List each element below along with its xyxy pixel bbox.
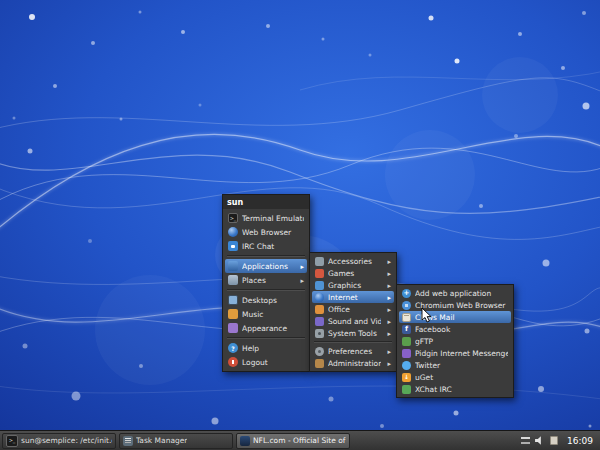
menu-item-preferences[interactable]: Preferences xyxy=(312,345,394,357)
desktops-icon xyxy=(228,295,238,305)
window-title: NFL.com - Official Site of th... xyxy=(253,436,346,445)
menu-item-chromium-web-browser[interactable]: Chromium Web Browser xyxy=(399,299,511,311)
taskbar-clock[interactable]: 16:09 xyxy=(565,436,598,446)
system-tray xyxy=(517,436,562,445)
menu-item-appearance[interactable]: Appearance xyxy=(225,321,307,335)
menu-item-label: Twitter xyxy=(415,361,508,370)
window-title: Task Manager xyxy=(136,436,187,445)
office-icon xyxy=(315,305,324,314)
applications-icon xyxy=(228,261,238,271)
submenu-arrow-icon xyxy=(385,305,391,314)
menu-item-label: Music xyxy=(242,310,304,319)
games-icon xyxy=(315,269,324,278)
menu-item-label: IRC Chat xyxy=(242,242,304,251)
submenu-arrow-icon xyxy=(385,257,391,266)
menu-item-label: Logout xyxy=(242,358,304,367)
menu-item-logout[interactable]: Logout xyxy=(225,355,307,369)
menu-item-uget[interactable]: uGet xyxy=(399,371,511,383)
submenu-arrow-icon xyxy=(298,276,304,285)
taskbar-window-nfl-com-official-site-of-th[interactable]: NFL.com - Official Site of th... xyxy=(236,433,350,449)
menu-separator xyxy=(227,255,305,257)
task-manager-icon xyxy=(123,436,133,446)
menu-item-label: Administration xyxy=(328,359,381,368)
root-menu: sun Terminal EmulatorWeb BrowserIRC Chat… xyxy=(222,194,310,372)
tray-volume-icon[interactable] xyxy=(535,436,545,445)
menu-item-administration[interactable]: Administration xyxy=(312,357,394,369)
pidgin-icon xyxy=(402,349,411,358)
menu-item-desktops[interactable]: Desktops xyxy=(225,293,307,307)
taskbar: sun@semplice: /etc/init.dTask ManagerNFL… xyxy=(0,430,600,450)
tray-settings-icon[interactable] xyxy=(521,437,530,445)
menu-item-label: Web Browser xyxy=(242,228,304,237)
logout-icon xyxy=(228,357,238,367)
internet-submenu: Add web applicationChromium Web BrowserC… xyxy=(396,284,514,398)
taskbar-window-sun-semplice-etc-init-d[interactable]: sun@semplice: /etc/init.d xyxy=(2,433,116,449)
terminal-icon xyxy=(6,435,18,447)
menu-item-facebook[interactable]: Facebook xyxy=(399,323,511,335)
add-web-app-icon xyxy=(402,289,411,298)
menu-item-sound-and-video[interactable]: Sound and Video xyxy=(312,315,394,327)
menu-item-irc-chat[interactable]: IRC Chat xyxy=(225,239,307,253)
help-icon xyxy=(228,343,238,353)
submenu-arrow-icon xyxy=(385,329,391,338)
submenu-arrow-icon xyxy=(385,347,391,356)
nfl-icon xyxy=(240,436,250,446)
submenu-arrow-icon xyxy=(298,262,304,271)
chromium-icon xyxy=(402,301,411,310)
menu-item-label: Games xyxy=(328,269,381,278)
sound-video-icon xyxy=(315,317,324,326)
menu-item-gftp[interactable]: gFTP xyxy=(399,335,511,347)
uget-icon xyxy=(402,373,411,382)
taskbar-window-list: sun@semplice: /etc/init.dTask ManagerNFL… xyxy=(2,433,350,449)
xchat-irc-icon xyxy=(402,385,411,394)
menu-item-label: Desktops xyxy=(242,296,304,305)
twitter-icon xyxy=(402,361,411,370)
menu-item-label: Places xyxy=(242,276,294,285)
menu-item-label: Accessories xyxy=(328,257,381,266)
taskbar-window-task-manager[interactable]: Task Manager xyxy=(119,433,233,449)
web-browser-icon xyxy=(228,227,238,237)
facebook-icon xyxy=(402,325,411,334)
menu-item-help[interactable]: Help xyxy=(225,341,307,355)
menu-header: sun xyxy=(223,195,309,209)
submenu-arrow-icon xyxy=(385,359,391,368)
administration-icon xyxy=(315,359,324,368)
menu-item-applications[interactable]: Applications xyxy=(225,259,307,273)
menu-item-web-browser[interactable]: Web Browser xyxy=(225,225,307,239)
gftp-icon xyxy=(402,337,411,346)
menu-item-label: System Tools xyxy=(328,329,381,338)
appearance-icon xyxy=(228,323,238,333)
accessories-icon xyxy=(315,257,324,266)
menu-item-graphics[interactable]: Graphics xyxy=(312,279,394,291)
menu-item-office[interactable]: Office xyxy=(312,303,394,315)
menu-item-games[interactable]: Games xyxy=(312,267,394,279)
submenu-arrow-icon xyxy=(385,293,391,302)
menu-item-music[interactable]: Music xyxy=(225,307,307,321)
menu-item-pidgin-internet-messenger[interactable]: Pidgin Internet Messenger xyxy=(399,347,511,359)
internet-icon xyxy=(315,293,324,302)
menu-item-claws-mail[interactable]: Claws Mail xyxy=(399,311,511,323)
menu-item-label: Sound and Video xyxy=(328,317,381,326)
menu-item-label: Graphics xyxy=(328,281,381,290)
menu-item-accessories[interactable]: Accessories xyxy=(312,255,394,267)
menu-item-internet[interactable]: Internet xyxy=(312,291,394,303)
menu-item-label: Internet xyxy=(328,293,381,302)
menu-item-system-tools[interactable]: System Tools xyxy=(312,327,394,339)
submenu-arrow-icon xyxy=(385,281,391,290)
submenu-arrow-icon xyxy=(385,317,391,326)
window-title: sun@semplice: /etc/init.d xyxy=(21,436,112,445)
menu-item-xchat-irc[interactable]: XChat IRC xyxy=(399,383,511,395)
menu-item-twitter[interactable]: Twitter xyxy=(399,359,511,371)
menu-item-add-web-application[interactable]: Add web application xyxy=(399,287,511,299)
menu-item-label: Applications xyxy=(242,262,294,271)
tray-clipboard-icon[interactable] xyxy=(550,436,558,445)
menu-item-terminal-emulator[interactable]: Terminal Emulator xyxy=(225,211,307,225)
preferences-icon xyxy=(315,347,324,356)
places-icon xyxy=(228,275,238,285)
menu-item-label: Appearance xyxy=(242,324,304,333)
menu-item-places[interactable]: Places xyxy=(225,273,307,287)
menu-item-label: gFTP xyxy=(415,337,508,346)
terminal-icon xyxy=(228,213,238,223)
menu-separator xyxy=(227,289,305,291)
menu-separator xyxy=(314,341,392,343)
